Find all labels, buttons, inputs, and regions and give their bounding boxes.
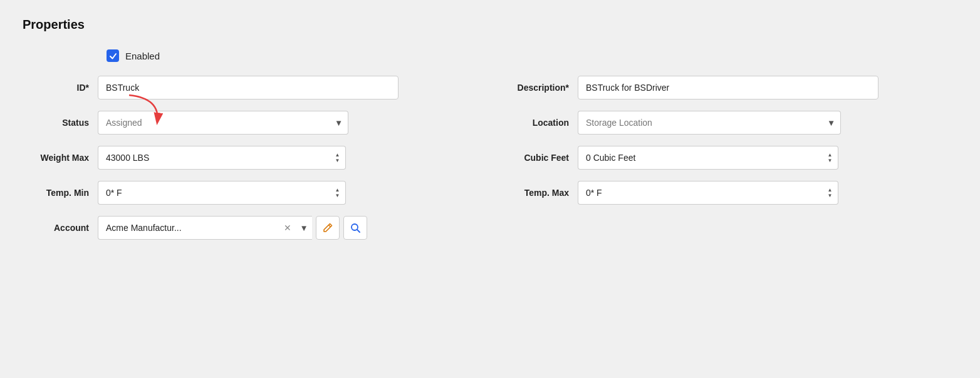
temp-max-input[interactable] [578,181,822,205]
weight-max-label: Weight Max [23,153,98,163]
account-search-button[interactable] [343,216,367,240]
panel-title: Properties [23,18,957,32]
account-clear-button[interactable]: ✕ [279,216,296,240]
weight-max-input[interactable] [98,146,330,170]
account-clear-icon: ✕ [284,223,291,233]
location-section: Location ▼ [503,111,957,135]
properties-panel: Properties Enabled ID* Description* [0,0,980,378]
account-row: Account ✕ ▼ [23,216,957,240]
status-dropdown-button[interactable]: ▼ [330,111,348,135]
cubic-feet-spinner[interactable]: ▲ ▼ [822,146,838,170]
temp-min-down-icon: ▼ [335,193,340,198]
status-section: Status ▼ [23,111,477,135]
status-label: Status [23,118,98,128]
id-description-row: ID* Description* [23,76,957,100]
status-dropdown-icon: ▼ [335,118,343,128]
temp-max-down-icon: ▼ [828,193,833,198]
temp-row: Temp. Min ▲ ▼ Temp. Max ▲ ▼ [23,181,957,205]
temp-max-spinner[interactable]: ▲ ▼ [822,181,838,205]
description-section: Description* [503,76,957,100]
temp-max-section: Temp. Max ▲ ▼ [503,181,957,205]
status-input[interactable] [98,111,330,135]
location-dropdown-icon: ▼ [827,118,835,128]
enabled-row: Enabled [107,49,957,62]
account-edit-button[interactable] [316,216,340,240]
id-label: ID* [23,83,98,93]
temp-min-section: Temp. Min ▲ ▼ [23,181,477,205]
temp-min-spinner[interactable]: ▲ ▼ [330,181,346,205]
location-dropdown-button[interactable]: ▼ [822,111,841,135]
id-section: ID* [23,76,477,100]
cubic-feet-input[interactable] [578,146,822,170]
cubic-feet-label: Cubic Feet [503,153,578,163]
cubic-down-icon: ▼ [828,158,833,163]
location-input[interactable] [578,111,822,135]
weight-section: Weight Max ▲ ▼ [23,146,477,170]
edit-icon [322,222,333,233]
account-dropdown-icon: ▼ [300,223,308,233]
account-input[interactable] [98,216,279,240]
cubic-section: Cubic Feet ▲ ▼ [503,146,957,170]
location-label: Location [503,118,578,128]
enabled-checkbox[interactable] [107,49,119,62]
temp-max-up-icon: ▲ [828,188,833,193]
account-label: Account [23,223,98,233]
weight-max-spinner[interactable]: ▲ ▼ [330,146,346,170]
id-input[interactable] [98,76,399,100]
status-location-row: Status ▼ Location ▼ [23,111,957,135]
temp-max-label: Temp. Max [503,188,578,198]
account-section: Account ✕ ▼ [23,216,957,240]
temp-min-label: Temp. Min [23,188,98,198]
description-input[interactable] [578,76,878,100]
temp-min-input[interactable] [98,181,330,205]
enabled-label: Enabled [125,51,160,61]
temp-min-up-icon: ▲ [335,188,340,193]
search-icon [350,222,361,233]
account-dropdown-button[interactable]: ▼ [296,216,312,240]
cubic-up-icon: ▲ [828,153,833,158]
svg-line-2 [357,230,360,232]
description-label: Description* [503,83,578,93]
weight-down-icon: ▼ [335,158,340,163]
weight-cubic-row: Weight Max ▲ ▼ Cubic Feet ▲ ▼ [23,146,957,170]
weight-up-icon: ▲ [335,153,340,158]
